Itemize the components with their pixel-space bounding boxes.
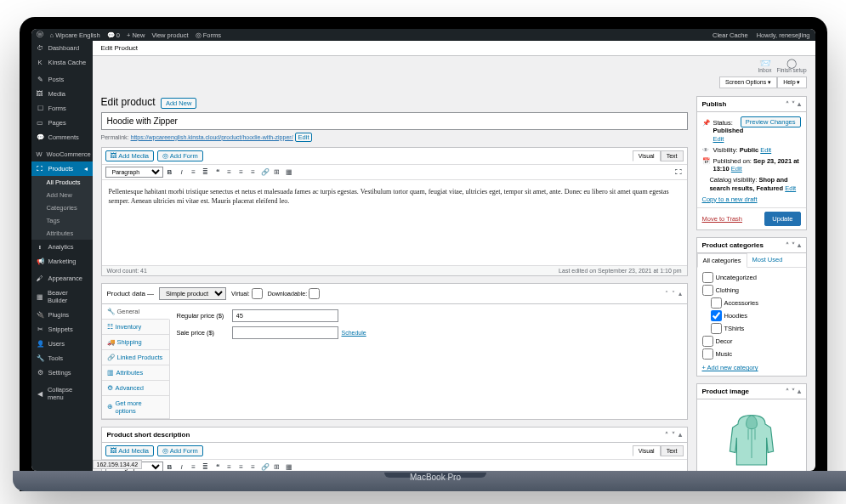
format-select[interactable]: Paragraph bbox=[105, 167, 163, 178]
quote-icon[interactable]: ❝ bbox=[213, 167, 223, 177]
wp-logo-icon[interactable]: ⓦ bbox=[37, 31, 43, 39]
align-left-icon[interactable]: ≡ bbox=[224, 167, 235, 177]
chevron-down-icon[interactable]: ˅ bbox=[792, 100, 795, 108]
link-icon[interactable]: 🔗 bbox=[260, 167, 270, 177]
category-checkbox[interactable] bbox=[711, 297, 722, 309]
submenu-categories[interactable]: Categories bbox=[31, 201, 93, 214]
italic-icon[interactable]: I bbox=[177, 462, 187, 471]
menu-dashboard[interactable]: ⏱Dashboard bbox=[31, 41, 93, 55]
view-product[interactable]: View product bbox=[151, 31, 188, 39]
menu-woocommerce[interactable]: WWooCommerce bbox=[31, 147, 93, 161]
number-list-icon[interactable]: ≣ bbox=[201, 167, 211, 177]
comments-count[interactable]: 💬 0 bbox=[107, 31, 120, 39]
toggle-icon[interactable]: ▴ bbox=[798, 241, 801, 249]
category-checkbox[interactable] bbox=[711, 310, 722, 321]
category-checkbox[interactable] bbox=[702, 348, 713, 360]
short-add-media-button[interactable]: 🖾 Add Media bbox=[105, 445, 155, 456]
more-icon[interactable]: ⊞ bbox=[272, 167, 282, 177]
menu-comments[interactable]: 💬Comments bbox=[31, 130, 93, 144]
short-add-form-button[interactable]: ◎ Add Form bbox=[157, 445, 203, 456]
bullet-list-icon[interactable]: ≡ bbox=[189, 462, 199, 471]
add-media-button[interactable]: 🖾 Add Media bbox=[105, 150, 155, 161]
schedule-link[interactable]: Schedule bbox=[342, 330, 366, 336]
help-button[interactable]: Help ▾ bbox=[777, 76, 806, 88]
editor-content[interactable]: Pellentesque habitant morbi tristique se… bbox=[102, 180, 687, 265]
menu-plugins[interactable]: 🔌Plugins bbox=[31, 308, 93, 322]
product-image[interactable] bbox=[702, 404, 801, 471]
product-title-input[interactable] bbox=[101, 112, 688, 130]
toolbar-toggle-icon[interactable]: ▦ bbox=[284, 167, 294, 177]
align-right-icon[interactable]: ≡ bbox=[248, 462, 258, 471]
italic-icon[interactable]: I bbox=[177, 167, 187, 177]
submenu-add-new[interactable]: Add New bbox=[31, 189, 93, 201]
bold-icon[interactable]: B bbox=[165, 167, 175, 177]
menu-analytics[interactable]: ⫾Analytics bbox=[31, 240, 93, 254]
add-new-button[interactable]: Add New bbox=[161, 98, 196, 109]
clear-cache[interactable]: Clear Cache bbox=[713, 31, 748, 39]
toggle-icon[interactable]: ▴ bbox=[679, 290, 682, 297]
menu-forms[interactable]: ☐Forms bbox=[31, 101, 93, 116]
edit-status-link[interactable]: Edit bbox=[713, 135, 724, 143]
toggle-icon[interactable]: ▴ bbox=[798, 388, 801, 395]
permalink-edit-button[interactable]: Edit bbox=[295, 133, 313, 142]
align-center-icon[interactable]: ≡ bbox=[236, 167, 247, 177]
fullscreen-icon[interactable]: ⛶ bbox=[673, 167, 684, 177]
copy-draft-link[interactable]: Copy to a new draft bbox=[702, 195, 758, 204]
align-right-icon[interactable]: ≡ bbox=[248, 167, 258, 177]
tab-advanced[interactable]: ⚙Advanced bbox=[102, 381, 169, 396]
chevron-down-icon[interactable]: ˅ bbox=[672, 431, 675, 439]
category-checkbox[interactable] bbox=[702, 272, 713, 283]
regular-price-input[interactable] bbox=[232, 309, 338, 322]
menu-posts[interactable]: ✎Posts bbox=[31, 72, 93, 87]
chevron-up-icon[interactable]: ˄ bbox=[665, 431, 668, 439]
tab-attributes[interactable]: ▥Attributes bbox=[102, 365, 169, 381]
chevron-up-icon[interactable]: ˄ bbox=[786, 388, 789, 395]
menu-appearance[interactable]: 🖌Appearance bbox=[31, 271, 93, 286]
link-icon[interactable]: 🔗 bbox=[260, 462, 270, 471]
move-to-trash[interactable]: Move to Trash bbox=[702, 215, 743, 223]
tab-inventory[interactable]: ☷Inventory bbox=[102, 320, 169, 335]
screen-options-button[interactable]: Screen Options ▾ bbox=[719, 76, 777, 88]
sale-price-input[interactable] bbox=[232, 326, 338, 339]
menu-users[interactable]: 👤Users bbox=[31, 337, 93, 351]
category-checkbox[interactable] bbox=[702, 336, 713, 347]
chevron-up-icon[interactable]: ˄ bbox=[786, 241, 789, 249]
edit-visibility-link[interactable]: Edit bbox=[760, 146, 771, 154]
site-name[interactable]: ⌂ Wpcare English bbox=[50, 31, 100, 39]
bold-icon[interactable]: B bbox=[165, 462, 175, 471]
submenu-tags[interactable]: Tags bbox=[31, 214, 93, 227]
menu-settings[interactable]: ⚙Settings bbox=[31, 365, 93, 380]
menu-marketing[interactable]: 📢Marketing bbox=[31, 254, 93, 269]
category-checkbox[interactable] bbox=[711, 323, 722, 334]
inbox-button[interactable]: 📨Inbox bbox=[758, 59, 772, 74]
add-category-link[interactable]: + Add new category bbox=[702, 364, 758, 371]
align-center-icon[interactable]: ≡ bbox=[236, 462, 247, 471]
howdy[interactable]: Howdy, renesejling bbox=[757, 31, 810, 39]
submenu-attributes[interactable]: Attributes bbox=[31, 227, 93, 240]
toggle-icon[interactable]: ▴ bbox=[679, 431, 682, 439]
finish-setup-button[interactable]: ◯Finish setup bbox=[776, 59, 806, 74]
menu-pages[interactable]: ▭Pages bbox=[31, 116, 93, 130]
menu-snippets[interactable]: ✂Snippets bbox=[31, 322, 93, 337]
menu-products[interactable]: ⛶Products◂ bbox=[31, 161, 93, 176]
update-button[interactable]: Update bbox=[764, 212, 800, 226]
visual-tab[interactable]: Visual bbox=[633, 150, 661, 161]
all-categories-tab[interactable]: All categories bbox=[697, 253, 747, 268]
quote-icon[interactable]: ❝ bbox=[213, 462, 223, 471]
downloadable-checkbox[interactable] bbox=[309, 288, 320, 299]
edit-date-link[interactable]: Edit bbox=[731, 165, 742, 173]
toggle-icon[interactable]: ▴ bbox=[798, 100, 801, 108]
category-checkbox[interactable] bbox=[702, 285, 713, 296]
menu-tools[interactable]: 🔧Tools bbox=[31, 351, 93, 365]
most-used-tab[interactable]: Most Used bbox=[747, 253, 788, 267]
chevron-up-icon[interactable]: ˄ bbox=[665, 290, 668, 297]
chevron-down-icon[interactable]: ˅ bbox=[672, 290, 675, 297]
short-text-tab[interactable]: Text bbox=[661, 445, 684, 456]
permalink-link[interactable]: https://wpcareenglish.kinsta.cloud/produ… bbox=[131, 134, 293, 140]
short-visual-tab[interactable]: Visual bbox=[633, 445, 661, 456]
tab-general[interactable]: 🔧General bbox=[102, 304, 170, 320]
collapse-menu[interactable]: ◀Collapse menu bbox=[31, 382, 93, 405]
product-type-select[interactable]: Simple product bbox=[159, 287, 226, 300]
virtual-checkbox[interactable] bbox=[252, 288, 263, 299]
edit-catalog-link[interactable]: Edit bbox=[785, 184, 796, 192]
